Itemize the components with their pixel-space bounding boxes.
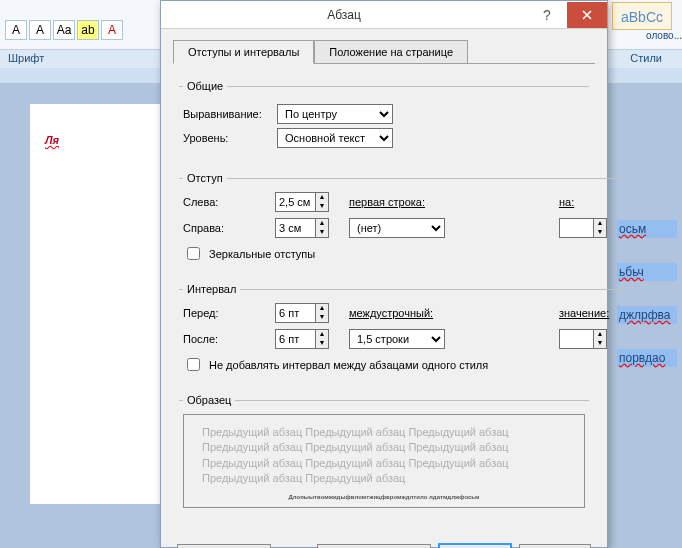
indent-left-spinner[interactable]: ▲▼ <box>275 192 349 212</box>
spacing-at-input[interactable] <box>559 329 593 349</box>
indent-by-label: на: <box>559 196 619 208</box>
dialog-content: Общие Выравнивание: По центру Уровень: О… <box>161 64 607 536</box>
tab-page-position[interactable]: Положение на странице <box>314 40 468 64</box>
page: Ля <box>30 104 160 504</box>
line-spacing-label: междустрочный: <box>349 307 459 319</box>
styles-group-label: Стили <box>630 52 662 64</box>
general-legend: Общие <box>183 80 227 92</box>
spin-up-icon[interactable]: ▲ <box>316 219 328 228</box>
dialog-footer: Табуляция... По умолчанию... ОК Отмена <box>161 536 607 548</box>
indent-group: Отступ Слева: ▲▼ первая строка: на: Спра… <box>179 172 623 275</box>
dialog-title: Абзац <box>161 8 527 22</box>
indent-right-label: Справа: <box>183 222 271 234</box>
help-button[interactable]: ? <box>527 2 567 28</box>
spin-down-icon[interactable]: ▼ <box>594 228 606 237</box>
tab-indents-spacing[interactable]: Отступы и интервалы <box>173 40 314 64</box>
mirror-indents-checkbox[interactable] <box>187 247 200 260</box>
indent-by-spinner[interactable]: ▲▼ <box>559 218 619 238</box>
set-default-button[interactable]: По умолчанию... <box>317 544 431 548</box>
preview-next-para: Следующий абзац Следующий абзац Следующи… <box>202 507 566 508</box>
style-name-hint: олово... <box>646 30 682 41</box>
tab-row: Отступы и интервалы Положение на страниц… <box>161 29 607 63</box>
indent-left-label: Слева: <box>183 196 271 208</box>
no-space-same-style-label: Не добавлять интервал между абзацами одн… <box>209 359 488 371</box>
line-spacing-select[interactable]: 1,5 строки <box>349 329 445 349</box>
sel-text-3: джлрфва <box>617 306 677 324</box>
close-icon <box>582 10 592 20</box>
general-group: Общие Выравнивание: По центру Уровень: О… <box>179 80 589 164</box>
shrink-font-icon[interactable]: A <box>29 20 51 40</box>
sel-text-1: осьм <box>617 220 677 238</box>
spacing-at-label: значение: <box>559 307 619 319</box>
preview-box: Предыдущий абзац Предыдущий абзац Предыд… <box>183 414 585 508</box>
spacing-after-spinner[interactable]: ▲▼ <box>275 329 349 349</box>
spin-down-icon[interactable]: ▼ <box>316 313 328 322</box>
indent-right-input[interactable] <box>275 218 315 238</box>
ok-button[interactable]: ОК <box>439 544 511 548</box>
spacing-at-spinner[interactable]: ▲▼ <box>559 329 619 349</box>
spacing-before-spinner[interactable]: ▲▼ <box>275 303 349 323</box>
cancel-button[interactable]: Отмена <box>519 544 591 548</box>
font-size-buttons: A A Aa ab A <box>5 20 123 40</box>
level-label: Уровень: <box>183 132 271 144</box>
indent-by-input[interactable] <box>559 218 593 238</box>
no-space-same-style-checkbox[interactable] <box>187 358 200 371</box>
paragraph-dialog: Абзац ? Отступы и интервалы Положение на… <box>160 0 608 548</box>
spin-down-icon[interactable]: ▼ <box>316 228 328 237</box>
spin-down-icon[interactable]: ▼ <box>316 202 328 211</box>
mirror-indents-label: Зеркальные отступы <box>209 248 315 260</box>
spacing-before-label: Перед: <box>183 307 271 319</box>
tabs-button[interactable]: Табуляция... <box>177 544 271 548</box>
spin-down-icon[interactable]: ▼ <box>316 339 328 348</box>
style-preview[interactable]: aBbCc <box>612 2 672 30</box>
spacing-legend: Интервал <box>183 283 240 295</box>
spin-up-icon[interactable]: ▲ <box>316 304 328 313</box>
spacing-before-input[interactable] <box>275 303 315 323</box>
alignment-label: Выравнивание: <box>183 108 271 120</box>
indent-legend: Отступ <box>183 172 227 184</box>
first-line-label: первая строка: <box>349 196 459 208</box>
doc-selected-text: осьм ьбьч джлрфва порвдао <box>617 220 677 392</box>
spacing-after-label: После: <box>183 333 271 345</box>
first-line-select[interactable]: (нет) <box>349 218 445 238</box>
preview-prev-para: Предыдущий абзац Предыдущий абзац Предыд… <box>202 425 566 487</box>
spin-up-icon[interactable]: ▲ <box>316 193 328 202</box>
spin-up-icon[interactable]: ▲ <box>316 330 328 339</box>
titlebar[interactable]: Абзац ? <box>161 1 607 29</box>
sel-text-2: ьбьч <box>617 263 677 281</box>
indent-left-input[interactable] <box>275 192 315 212</box>
spin-up-icon[interactable]: ▲ <box>594 330 606 339</box>
alignment-select[interactable]: По центру <box>277 104 393 124</box>
highlight-icon[interactable]: ab <box>77 20 99 40</box>
doc-text: Ля <box>45 134 145 146</box>
close-button[interactable] <box>567 2 607 28</box>
preview-sample-text: Длопыытвомжидыфвломтжицфвромждлтило лдат… <box>202 493 566 501</box>
spin-down-icon[interactable]: ▼ <box>594 339 606 348</box>
spacing-after-input[interactable] <box>275 329 315 349</box>
preview-group: Образец Предыдущий абзац Предыдущий абза… <box>179 394 589 520</box>
font-group-label: Шрифт <box>8 52 44 64</box>
spacing-group: Интервал Перед: ▲▼ междустрочный: значен… <box>179 283 623 386</box>
change-case-icon[interactable]: Aa <box>53 20 75 40</box>
sel-text-4: порвдао <box>617 349 677 367</box>
spin-up-icon[interactable]: ▲ <box>594 219 606 228</box>
level-select[interactable]: Основной текст <box>277 128 393 148</box>
font-color-icon[interactable]: A <box>101 20 123 40</box>
indent-right-spinner[interactable]: ▲▼ <box>275 218 349 238</box>
preview-legend: Образец <box>183 394 235 406</box>
grow-font-icon[interactable]: A <box>5 20 27 40</box>
